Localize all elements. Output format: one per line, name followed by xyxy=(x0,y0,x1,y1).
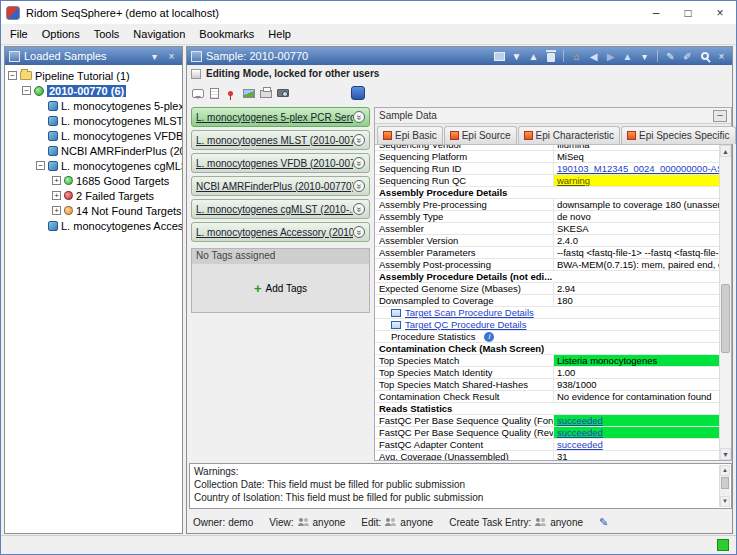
molecule-icon[interactable] xyxy=(351,86,365,100)
sample-data-tabs: Epi Basic Epi Source Epi Characteristic xyxy=(375,124,731,145)
tab-epi-species-specific[interactable]: Epi Species Specific xyxy=(621,126,736,144)
comment-icon[interactable] xyxy=(191,89,204,98)
signature-icon[interactable]: ✎ xyxy=(664,51,677,62)
chevron-down-icon[interactable]: » xyxy=(353,111,365,123)
sample-panel: Sample: 2010-00770 ▼ ▲ ⌂ ◀ ▶ ▲ ▾ ✎ ✐ xyxy=(186,46,733,534)
collapse-expander-icon[interactable]: − xyxy=(36,161,45,170)
scrollbar-thumb[interactable] xyxy=(721,477,729,489)
warnings-scrollbar[interactable]: ▲ ▼ xyxy=(719,465,730,507)
upload-icon[interactable]: ▲ xyxy=(527,51,540,62)
tree-item-amrfinder[interactable]: NCBI AMRFinderPlus (2010-00770) xyxy=(5,143,182,158)
print-icon[interactable] xyxy=(259,88,272,98)
minimize-button[interactable]: – xyxy=(640,1,672,24)
tree-item-good-targets[interactable]: + 1685 Good Targets xyxy=(5,173,182,188)
sample-body: L. monocytogenes 5-plex PCR Sero... » L.… xyxy=(187,104,732,533)
add-tags-button[interactable]: Add Tags xyxy=(266,283,308,294)
edit-permissions-icon[interactable]: ✎ xyxy=(599,516,608,529)
task-icon xyxy=(48,101,58,111)
home-icon[interactable]: ⌂ xyxy=(570,51,583,62)
tab-epi-source[interactable]: Epi Source xyxy=(444,126,517,144)
up-nav-icon[interactable]: ▲ xyxy=(621,51,634,62)
menu-navigation[interactable]: Navigation xyxy=(126,26,192,42)
task-button-amrfinder[interactable]: NCBI AMRFinderPlus (2010-00770) » xyxy=(191,176,370,196)
table-row: Sequencing Run ID 190103_M12345_0024_000… xyxy=(375,163,719,175)
menu-bookmarks[interactable]: Bookmarks xyxy=(192,26,261,42)
target-qc-details-link[interactable]: Target QC Procedure Details xyxy=(405,319,526,330)
tree-item-cgmlst[interactable]: − L. monocytogenes cgMLST (2010-00 xyxy=(5,158,182,173)
pin-icon[interactable] xyxy=(225,91,238,96)
scroll-down-icon[interactable]: ▼ xyxy=(720,496,730,507)
chevron-down-icon[interactable]: » xyxy=(353,226,365,238)
scroll-up-icon[interactable]: ▲ xyxy=(720,465,730,476)
task-button-accessory[interactable]: L. monocytogenes Accessory (2010... » xyxy=(191,222,370,242)
loaded-samples-title: Loaded Samples xyxy=(24,50,107,62)
tree-item-failed-targets[interactable]: + 2 Failed Targets xyxy=(5,188,182,203)
image-icon[interactable] xyxy=(242,89,255,98)
panel-menu-icon[interactable]: ▾ xyxy=(148,51,161,62)
table-link-row: Target Scan Procedure Details xyxy=(375,307,719,319)
run-id-link[interactable]: 190103_M12345_0024_000000000-ASY71 xyxy=(557,163,719,174)
search-icon[interactable] xyxy=(698,52,711,60)
scrollbar-thumb[interactable] xyxy=(721,284,730,353)
screen-icon[interactable] xyxy=(493,52,506,61)
scroll-up-icon[interactable]: ▲ xyxy=(720,145,731,157)
nav-dropdown-icon[interactable]: ▾ xyxy=(638,51,651,62)
table-scrollbar[interactable]: ▲ ▼ xyxy=(719,145,731,460)
owner-bar: Owner: demo View: anyone Edit: anyone xyxy=(187,513,732,531)
task-button-mlst[interactable]: L. monocytogenes MLST (2010-00770) » xyxy=(191,130,370,150)
warnings-box: Warnings: Collection Date: This field mu… xyxy=(189,463,732,509)
panel-close-icon[interactable]: × xyxy=(165,51,178,62)
table-icon xyxy=(391,309,401,317)
section-row: Reads Statistics xyxy=(375,403,719,415)
tree-item-notfound-targets[interactable]: + 14 Not Found Targets xyxy=(5,203,182,218)
chevron-down-icon[interactable]: » xyxy=(353,157,365,169)
scroll-down-icon[interactable]: ▼ xyxy=(720,448,731,460)
tree-item-accessory[interactable]: L. monocytogenes Accessory (2010- xyxy=(5,218,182,233)
back-icon[interactable]: ◀ xyxy=(587,51,600,62)
expand-icon[interactable]: + xyxy=(52,206,61,215)
info-icon[interactable]: i xyxy=(484,332,494,342)
close-button[interactable]: × xyxy=(704,1,736,24)
task-entry-icon[interactable]: ✐ xyxy=(681,51,694,62)
expand-icon[interactable]: + xyxy=(52,176,61,185)
fastqc-adapter-link[interactable]: succeeded xyxy=(557,439,603,450)
tab-epi-basic[interactable]: Epi Basic xyxy=(377,126,443,144)
fastqc-forward-link[interactable]: succeeded xyxy=(557,415,603,426)
task-button-vfdb[interactable]: L. monocytogenes VFDB (2010-00770) » xyxy=(191,153,370,173)
chevron-down-icon[interactable]: » xyxy=(353,203,365,215)
table-link-row: Target QC Procedure Details xyxy=(375,319,719,331)
menu-file[interactable]: File xyxy=(3,26,35,42)
qc-warning-link[interactable]: warning xyxy=(557,175,590,186)
maximize-button[interactable]: □ xyxy=(672,1,704,24)
tree-item-pipeline-tutorial[interactable]: − Pipeline Tutorial (1) xyxy=(5,68,182,83)
task-icon xyxy=(48,131,58,141)
collapse-expander-icon[interactable]: − xyxy=(8,71,17,80)
title-bar: Ridom SeqSphere+ (demo at localhost) – □… xyxy=(1,1,736,24)
task-button-cgmlst[interactable]: L. monocytogenes cgMLST (2010-... » xyxy=(191,199,370,219)
tree-item-mlst[interactable]: L. monocytogenes MLST (2010-0077 xyxy=(5,113,182,128)
camera-icon[interactable] xyxy=(276,89,289,97)
delete-icon[interactable] xyxy=(544,51,557,62)
warnings-title: Warnings: xyxy=(194,465,717,478)
menu-help[interactable]: Help xyxy=(261,26,298,42)
chevron-down-icon[interactable]: » xyxy=(353,180,365,192)
note-icon[interactable] xyxy=(208,88,221,99)
tree-item-sample-selected[interactable]: − 2010-00770 (6) xyxy=(5,83,182,98)
table-row: FastQC Per Base Sequence Quality (Reve..… xyxy=(375,427,719,439)
tab-epi-characteristic[interactable]: Epi Characteristic xyxy=(518,126,620,144)
tree-item-5plex[interactable]: L. monocytogenes 5-plex PCR Serog xyxy=(5,98,182,113)
fastqc-reverse-link[interactable]: succeeded xyxy=(557,427,603,438)
chevron-down-icon[interactable]: » xyxy=(353,134,365,146)
target-scan-details-link[interactable]: Target Scan Procedure Details xyxy=(405,307,534,318)
forward-icon[interactable]: ▶ xyxy=(604,51,617,62)
collapse-panel-icon[interactable]: ─ xyxy=(713,110,727,122)
task-button-5plex[interactable]: L. monocytogenes 5-plex PCR Sero... » xyxy=(191,107,370,127)
tree-item-vfdb[interactable]: L. monocytogenes VFDB (2010-0077 xyxy=(5,128,182,143)
collapse-expander-icon[interactable]: − xyxy=(22,86,31,95)
download-icon[interactable]: ▼ xyxy=(510,51,523,62)
close-sample-icon[interactable]: × xyxy=(715,51,728,62)
status-bar xyxy=(1,535,736,554)
menu-tools[interactable]: Tools xyxy=(87,26,127,42)
menu-options[interactable]: Options xyxy=(35,26,87,42)
expand-icon[interactable]: + xyxy=(52,191,61,200)
